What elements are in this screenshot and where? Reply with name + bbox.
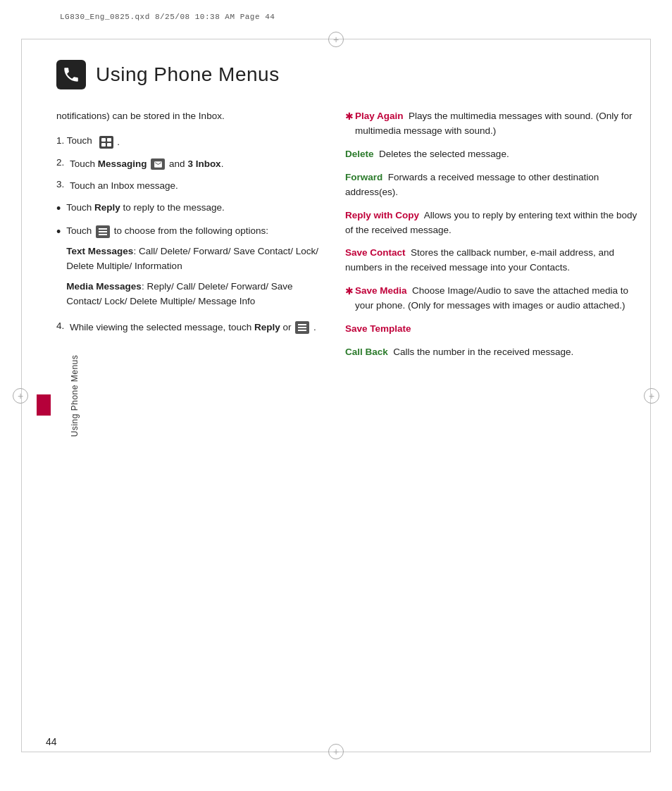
- sub-item-text-messages: Text Messages: Call/ Delete/ Forward/ Sa…: [66, 244, 324, 274]
- step-1: 1. Touch .: [56, 135, 324, 150]
- menu-line: [99, 231, 107, 232]
- sidebar-red-bar: [37, 394, 51, 416]
- reply-with-copy-item: Reply with Copy Allows you to reply by e…: [345, 208, 640, 238]
- left-column: notifications) can be stored in the Inbo…: [56, 109, 324, 368]
- step-3-content: Touch an Inbox message.: [70, 179, 178, 194]
- two-column-layout: notifications) can be stored in the Inbo…: [56, 109, 640, 368]
- reply-with-copy-label: Reply with Copy: [345, 210, 419, 220]
- title-section: Using Phone Menus: [56, 60, 640, 89]
- play-again-item: ✱ Play Again Plays the multimedia messag…: [345, 109, 640, 139]
- menu-line: [99, 228, 107, 230]
- save-contact-label: Save Contact: [345, 247, 406, 258]
- save-template-label: Save Template: [345, 323, 411, 334]
- bullet-dot-2: •: [56, 224, 61, 240]
- menu-icon-2: [295, 321, 309, 334]
- crosshair-bottom-icon: [328, 744, 344, 759]
- step-4-content: While viewing the selected message, touc…: [70, 320, 316, 335]
- asterisk-icon: ✱: [345, 109, 354, 125]
- step-4-number: 4.: [56, 320, 67, 331]
- save-media-item: ✱ Save Media Choose Image/Audio to save …: [345, 284, 640, 313]
- call-back-label: Call Back: [345, 347, 388, 357]
- crosshair-left-icon: [13, 388, 28, 404]
- step-3-number: 3.: [56, 179, 67, 189]
- save-template-item: Save Template: [345, 322, 640, 337]
- menu-line: [298, 327, 306, 328]
- call-back-item: Call Back Calls the number in the receiv…: [345, 345, 640, 360]
- save-media-content: Save Media Choose Image/Audio to save th…: [355, 284, 640, 313]
- crosshair-top-icon: [328, 32, 344, 47]
- header-text: LG830_Eng_0825.qxd 8/25/08 10:38 AM Page…: [60, 13, 275, 21]
- step-2: 2. Touch Messaging and 3 Inbox.: [56, 157, 324, 172]
- phone-icon: [56, 60, 86, 89]
- bullet-1: • Touch Reply to reply to the message.: [56, 201, 324, 217]
- step-1-number: 1. Touch: [56, 135, 95, 146]
- step-2-content: Touch Messaging and 3 Inbox.: [70, 157, 223, 172]
- intro-text: notifications) can be stored in the Inbo…: [56, 109, 324, 124]
- menu-line: [298, 324, 306, 325]
- messaging-icon: [151, 158, 165, 170]
- forward-item: Forward Forwards a received message to o…: [345, 170, 640, 200]
- grid-cell: [107, 138, 111, 142]
- delete-label: Delete: [345, 149, 374, 159]
- page-number: 44: [46, 736, 57, 747]
- grid-cell: [101, 143, 106, 147]
- save-media-label: Save Media: [355, 285, 407, 296]
- step-4: 4. While viewing the selected message, t…: [56, 320, 324, 335]
- menu-line: [99, 234, 107, 235]
- asterisk-icon-2: ✱: [345, 284, 354, 299]
- text-messages-label: Text Messages: [66, 246, 133, 256]
- crosshair-right-icon: [644, 388, 659, 404]
- menu-icon: [96, 225, 110, 238]
- menu-line: [298, 330, 306, 331]
- right-column: ✱ Play Again Plays the multimedia messag…: [345, 109, 640, 368]
- grid-icon: [99, 136, 113, 149]
- play-again-content: Play Again Plays the multimedia messages…: [355, 109, 640, 139]
- grid-cell: [101, 138, 106, 142]
- media-messages-label: Media Messages: [66, 281, 142, 292]
- step-1-content: .: [98, 135, 120, 150]
- play-again-label: Play Again: [355, 111, 404, 121]
- grid-cell: [107, 143, 111, 147]
- bullet-2-content: Touch to choose from the following optio…: [66, 224, 324, 313]
- bullet-2: • Touch to choose from the following opt…: [56, 224, 324, 313]
- forward-label: Forward: [345, 172, 382, 182]
- content-area: Using Phone Menus notifications) can be …: [56, 53, 640, 738]
- bullet-1-content: Touch Reply to reply to the message.: [66, 201, 224, 216]
- sub-item-media-messages: Media Messages: Reply/ Call/ Delete/ For…: [66, 280, 324, 309]
- step-2-number: 2.: [56, 157, 67, 168]
- step-3: 3. Touch an Inbox message.: [56, 179, 324, 194]
- page-title: Using Phone Menus: [96, 63, 280, 86]
- save-contact-item: Save Contact Stores the callback number,…: [345, 246, 640, 275]
- delete-item: Delete Deletes the selected message.: [345, 147, 640, 162]
- bullet-dot-1: •: [56, 201, 61, 217]
